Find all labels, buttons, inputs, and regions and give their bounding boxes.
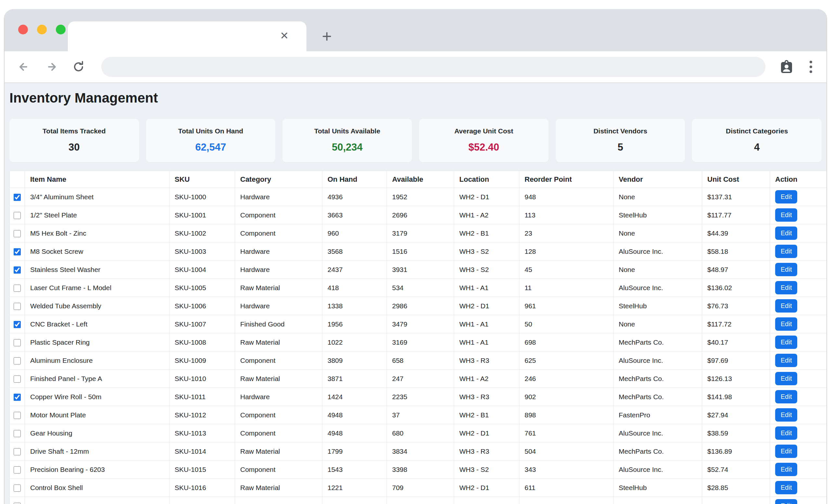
cell-on-hand: 1799 bbox=[322, 442, 387, 461]
cell-available: 3834 bbox=[387, 442, 454, 461]
cell-sku: SKU-1006 bbox=[169, 297, 235, 315]
new-tab-icon[interactable]: + bbox=[318, 28, 336, 46]
window-minimize-button[interactable] bbox=[37, 25, 47, 34]
row-select-checkbox[interactable] bbox=[13, 230, 21, 237]
edit-button[interactable]: Edit bbox=[775, 426, 797, 440]
col-header-on-hand: On Hand bbox=[322, 171, 387, 188]
table-row: Gear Housing SKU-1013 Component 4948 680… bbox=[10, 424, 827, 442]
forward-icon[interactable] bbox=[44, 60, 58, 74]
cell-item-name: Copper Wire Roll - 50m bbox=[25, 388, 169, 406]
stat-value: 50,234 bbox=[286, 142, 409, 153]
row-select-checkbox[interactable] bbox=[13, 394, 21, 401]
edit-button[interactable]: Edit bbox=[775, 354, 797, 367]
stat-card: Distinct Categories 4 bbox=[692, 119, 822, 162]
stat-value: 30 bbox=[13, 142, 136, 153]
stat-card: Average Unit Cost $52.40 bbox=[419, 119, 549, 162]
row-select-checkbox[interactable] bbox=[13, 212, 21, 219]
edit-button[interactable]: Edit bbox=[775, 445, 797, 458]
edit-button[interactable]: Edit bbox=[775, 299, 797, 313]
browser-menu-icon[interactable] bbox=[809, 61, 812, 73]
window-close-button[interactable] bbox=[18, 25, 28, 34]
table-row: Motor Mount Plate SKU-1012 Component 494… bbox=[10, 406, 827, 424]
row-select-cell bbox=[10, 388, 25, 406]
row-select-checkbox[interactable] bbox=[13, 339, 21, 346]
cell-unit-cost: $137.31 bbox=[702, 188, 770, 206]
row-select-cell bbox=[10, 369, 25, 388]
row-select-checkbox[interactable] bbox=[13, 321, 21, 328]
cell-on-hand: 4948 bbox=[322, 424, 387, 442]
edit-button[interactable]: Edit bbox=[775, 463, 797, 476]
cell-item-name: Plastic Spacer Ring bbox=[25, 333, 169, 352]
edit-button[interactable]: Edit bbox=[775, 281, 797, 294]
row-select-checkbox[interactable] bbox=[13, 376, 21, 383]
cell-item-name: 3/4" Aluminum Sheet bbox=[25, 188, 169, 206]
edit-button[interactable]: Edit bbox=[775, 390, 797, 404]
edit-button[interactable]: Edit bbox=[775, 208, 797, 221]
cell-reorder-point: 45 bbox=[519, 261, 613, 279]
edit-button[interactable]: Edit bbox=[775, 335, 797, 349]
reload-icon[interactable] bbox=[71, 60, 86, 74]
row-select-checkbox[interactable] bbox=[13, 466, 21, 474]
cell-action: Edit bbox=[770, 461, 827, 479]
stat-label: Average Unit Cost bbox=[422, 127, 545, 135]
cell-item-name: Control Box Shell bbox=[25, 479, 169, 497]
cell-action: Edit bbox=[770, 242, 827, 261]
table-row: Edit bbox=[10, 497, 827, 504]
cell-unit-cost bbox=[702, 497, 770, 504]
inventory-table-body: 3/4" Aluminum Sheet SKU-1000 Hardware 49… bbox=[10, 188, 827, 504]
cell-on-hand: 1338 bbox=[322, 297, 387, 315]
window-maximize-button[interactable] bbox=[56, 25, 65, 34]
edit-button[interactable]: Edit bbox=[775, 317, 797, 331]
edit-button[interactable]: Edit bbox=[775, 245, 797, 258]
cell-unit-cost: $76.73 bbox=[702, 297, 770, 315]
row-select-cell bbox=[10, 188, 25, 206]
back-icon[interactable] bbox=[17, 60, 31, 74]
row-select-checkbox[interactable] bbox=[13, 357, 21, 364]
edit-button[interactable]: Edit bbox=[775, 499, 797, 504]
row-select-checkbox[interactable] bbox=[13, 430, 21, 437]
cell-vendor: AluSource Inc. bbox=[613, 279, 702, 297]
address-bar[interactable] bbox=[101, 57, 766, 77]
row-select-checkbox[interactable] bbox=[13, 303, 21, 310]
inventory-table: Item Name SKU Category On Hand Available… bbox=[9, 171, 827, 504]
cell-vendor bbox=[613, 497, 702, 504]
cell-vendor: MechParts Co. bbox=[613, 442, 702, 461]
cell-sku: SKU-1000 bbox=[169, 188, 235, 206]
row-select-cell bbox=[10, 224, 25, 242]
cell-unit-cost: $58.18 bbox=[702, 242, 770, 261]
profile-icon[interactable] bbox=[779, 59, 794, 74]
cell-sku: SKU-1005 bbox=[169, 279, 235, 297]
cell-category: Component bbox=[235, 406, 322, 424]
row-select-checkbox[interactable] bbox=[13, 248, 21, 256]
edit-button[interactable]: Edit bbox=[775, 481, 797, 494]
cell-reorder-point: 625 bbox=[519, 352, 613, 369]
edit-button[interactable]: Edit bbox=[775, 408, 797, 421]
page-content: Inventory Management Total Items Tracked… bbox=[4, 83, 827, 504]
row-select-checkbox[interactable] bbox=[13, 266, 21, 274]
cell-on-hand: 1424 bbox=[322, 388, 387, 406]
col-header-item-name: Item Name bbox=[25, 171, 169, 188]
cell-unit-cost: $28.85 bbox=[702, 479, 770, 497]
cell-location: WH2 - D1 bbox=[454, 188, 519, 206]
tab-close-icon[interactable]: ✕ bbox=[278, 29, 291, 42]
edit-button[interactable]: Edit bbox=[775, 190, 797, 204]
row-select-checkbox[interactable] bbox=[13, 285, 21, 292]
cell-available: 680 bbox=[387, 424, 454, 442]
cell-action: Edit bbox=[770, 497, 827, 504]
row-select-checkbox[interactable] bbox=[13, 484, 21, 492]
cell-location: WH3 - R3 bbox=[454, 352, 519, 369]
row-select-checkbox[interactable] bbox=[13, 448, 21, 455]
edit-button[interactable]: Edit bbox=[775, 263, 797, 276]
cell-unit-cost: $126.13 bbox=[702, 369, 770, 388]
row-select-cell bbox=[10, 297, 25, 315]
row-select-checkbox[interactable] bbox=[13, 412, 21, 419]
row-select-checkbox[interactable] bbox=[13, 194, 21, 201]
cell-category: Raw Material bbox=[235, 333, 322, 352]
cell-sku: SKU-1010 bbox=[169, 369, 235, 388]
edit-button[interactable]: Edit bbox=[775, 227, 797, 240]
cell-available: 658 bbox=[387, 352, 454, 369]
edit-button[interactable]: Edit bbox=[775, 372, 797, 385]
row-select-checkbox[interactable] bbox=[13, 503, 21, 504]
browser-tab[interactable]: ✕ bbox=[68, 22, 307, 51]
cell-sku: SKU-1016 bbox=[169, 479, 235, 497]
